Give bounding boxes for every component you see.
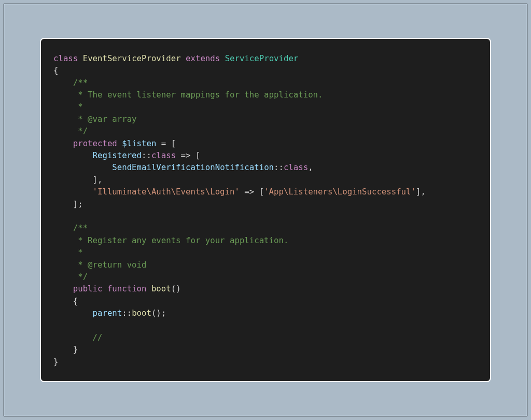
keyword-class: class: [53, 53, 78, 63]
docblock-line: */: [73, 126, 88, 136]
docblock-line: * @return void: [73, 260, 147, 270]
docblock-line: *: [73, 102, 83, 111]
comma: ,: [421, 187, 425, 197]
scope-op: ::: [142, 150, 151, 160]
op-arrow: =>: [181, 150, 191, 160]
comma: ,: [97, 175, 102, 185]
parent-class: ServiceProvider: [225, 53, 299, 63]
comment-empty: //: [93, 332, 103, 342]
keyword-function: function: [107, 284, 147, 293]
bracket-close: ]: [93, 175, 97, 185]
docblock-line: *: [73, 247, 83, 257]
op-arrow: =>: [244, 187, 254, 197]
bracket-open: [: [259, 187, 264, 197]
scope-op: ::: [122, 308, 132, 318]
op-equals: =: [161, 138, 166, 148]
property-listen: $listen: [122, 138, 156, 148]
keyword-classconst: class: [151, 150, 176, 160]
docblock-line: * @var array: [73, 114, 137, 124]
code-content: class EventServiceProvider extends Servi…: [53, 52, 478, 368]
classname: EventServiceProvider: [83, 53, 181, 63]
docblock-line: * Register any events for your applicati…: [73, 235, 289, 245]
brace-close: }: [73, 344, 78, 354]
brace-open: {: [73, 296, 78, 306]
docblock-line: /**: [73, 223, 88, 233]
keyword-extends: extends: [186, 53, 220, 63]
call-rest: ();: [151, 308, 166, 318]
docblock-line: */: [73, 272, 88, 282]
bracket-open: [: [171, 138, 176, 148]
class-ref: Registered: [93, 150, 142, 160]
bracket-open: [: [195, 150, 200, 160]
keyword-protected: protected: [73, 138, 117, 148]
semicolon: ;: [78, 199, 82, 209]
brace-open: {: [53, 65, 58, 75]
keyword-classconst: class: [284, 162, 308, 172]
string-listener: 'App\Listeners\LoginSuccessful': [264, 187, 416, 197]
method-call-boot: boot: [132, 308, 151, 318]
bracket-close: ]: [73, 199, 78, 209]
comma: ,: [308, 162, 313, 172]
scope-op: ::: [274, 162, 284, 172]
parent-ref: parent: [93, 308, 122, 318]
keyword-public: public: [73, 284, 103, 293]
page-frame: class EventServiceProvider extends Servi…: [4, 4, 527, 416]
docblock-line: /**: [73, 78, 88, 88]
string-event: 'Illuminate\Auth\Events\Login': [93, 187, 240, 197]
parens: (): [171, 284, 181, 293]
code-snippet-box: class EventServiceProvider extends Servi…: [40, 38, 491, 382]
class-ref: SendEmailVerificationNotification: [112, 162, 274, 172]
docblock-line: * The event listener mappings for the ap…: [73, 90, 323, 100]
bracket-close: ]: [416, 187, 421, 197]
brace-close: }: [53, 357, 58, 367]
method-boot: boot: [151, 284, 171, 293]
